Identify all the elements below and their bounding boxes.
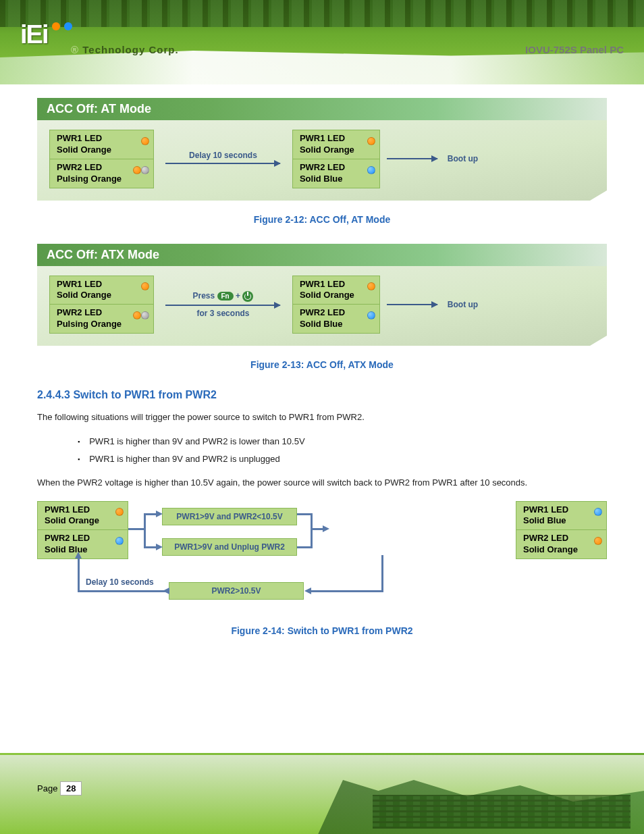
sw-left-pwr1: PWR1 LED Solid Orange — [37, 501, 128, 531]
page-footer: Page 28 — [0, 753, 644, 834]
atx-left-pwr1: PWR1 LED Solid Orange — [49, 276, 154, 305]
led-orange-icon — [115, 508, 124, 516]
page-header: iEi ® Technology Corp. IOVU-752S Panel P… — [0, 0, 644, 84]
atx-right-pwr1: PWR1 LED Solid Orange — [292, 276, 380, 305]
logo-dot-orange — [52, 22, 60, 30]
registered-mark: ® — [71, 44, 79, 55]
led-off-icon — [141, 311, 149, 319]
led-blue-icon — [115, 537, 124, 545]
tagline: ® Technology Corp. — [71, 44, 179, 55]
page-label: Page 28 — [37, 783, 82, 793]
page-number: 28 — [60, 781, 82, 796]
delay-label: Delay 10 seconds — [86, 577, 154, 587]
section-heading-switch: 2.4.4.3 Switch to PWR1 from PWR2 — [37, 389, 607, 401]
power-key-icon — [242, 291, 253, 302]
logo-text: iEi — [20, 20, 47, 49]
bullet-2: PWR1 is higher than 9V and PWR2 is unplu… — [78, 450, 607, 468]
diagram-at-mode: ACC Off: AT Mode PWR1 LED Solid Orange P… — [37, 98, 607, 201]
led-orange-icon — [133, 166, 141, 174]
at-right-pwr1: PWR1 LED Solid Orange — [292, 130, 380, 159]
sw-right-pwr1: PWR1 LED Solid Blue — [516, 501, 607, 531]
led-orange-icon — [367, 282, 375, 290]
led-orange-icon — [141, 282, 149, 290]
led-blue-icon — [594, 508, 602, 516]
diagram-at-title: ACC Off: AT Mode — [47, 102, 151, 115]
back-cond-box: PWR2>10.5V — [169, 582, 304, 600]
at-bootup: Boot up — [448, 154, 478, 163]
diagram-atx-mode: ACC Off: ATX Mode PWR1 LED Solid Orange … — [37, 244, 607, 346]
diagram-atx-title: ACC Off: ATX Mode — [47, 248, 159, 261]
caption-atx: Figure 2-13: ACC Off, ATX Mode — [37, 359, 607, 370]
fn-key-icon: Fn — [217, 292, 234, 301]
caption-switch: Figure 2-14: Switch to PWR1 from PWR2 — [37, 625, 607, 636]
led-orange-icon — [594, 537, 602, 545]
led-blue-icon — [367, 311, 375, 319]
atx-press-label: Press Fn + — [162, 291, 284, 302]
at-right-pwr2: PWR2 LED Solid Blue — [292, 159, 380, 188]
cond-box-2: PWR1>9V and Unplug PWR2 — [162, 538, 297, 556]
led-orange-icon — [367, 137, 375, 145]
cond-box-1: PWR1>9V and PWR2<10.5V — [162, 508, 297, 525]
bullet-1: PWR1 is higher than 9V and PWR2 is lower… — [78, 433, 607, 450]
led-orange-icon — [133, 311, 141, 319]
tagline-text: Technology Corp. — [82, 44, 178, 55]
diagram-switch: PWR1 LED Solid Orange PWR2 LED Solid Blu… — [37, 501, 607, 616]
logo: iEi — [20, 20, 72, 49]
sw-left-pwr2: PWR2 LED Solid Blue — [37, 530, 128, 559]
at-left-pwr2: PWR2 LED Pulsing Orange — [49, 159, 154, 188]
led-off-icon — [141, 166, 149, 174]
atx-left-pwr2: PWR2 LED Pulsing Orange — [49, 305, 154, 334]
atx-for3: for 3 seconds — [162, 309, 284, 318]
at-left-pwr1: PWR1 LED Solid Orange — [49, 130, 154, 159]
atx-right-pwr2: PWR2 LED Solid Blue — [292, 305, 380, 334]
switch-bullets: PWR1 is higher than 9V and PWR2 is lower… — [78, 433, 607, 468]
led-blue-icon — [367, 166, 375, 174]
at-arrow-label: Delay 10 seconds — [162, 151, 284, 160]
atx-bootup: Boot up — [448, 300, 478, 309]
doc-title: IOVU-752S Panel PC — [525, 44, 624, 55]
switch-para2: When the PWR2 voltage is higher than 10.… — [37, 475, 607, 492]
led-orange-icon — [141, 137, 149, 145]
sw-right-pwr2: PWR2 LED Solid Orange — [516, 530, 607, 559]
switch-para1: The following situations will trigger th… — [37, 409, 607, 426]
caption-at: Figure 2-12: ACC Off, AT Mode — [37, 214, 607, 225]
logo-dot-blue — [64, 22, 72, 30]
